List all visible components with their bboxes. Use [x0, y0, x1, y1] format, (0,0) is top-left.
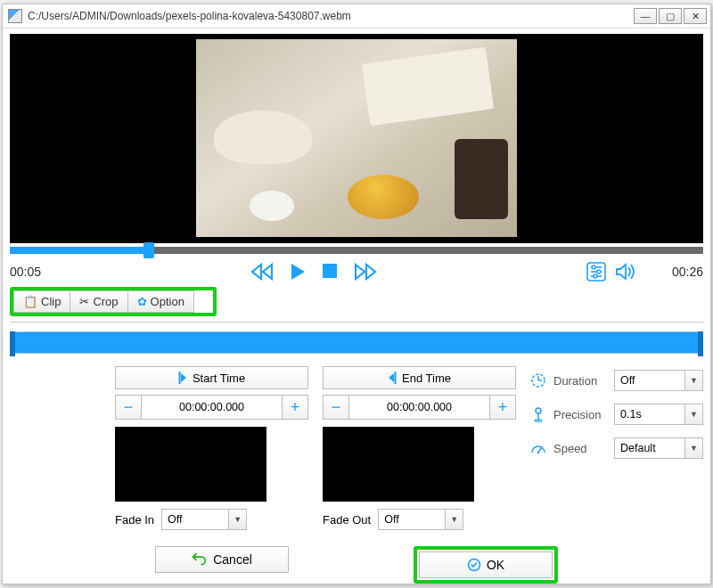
- maximize-button[interactable]: ▢: [659, 8, 682, 24]
- tab-crop[interactable]: ✂ Crop: [70, 290, 127, 313]
- end-panel: End Time − + Fade Out Off ▼: [323, 366, 516, 530]
- chevron-down-icon: ▼: [445, 510, 463, 529]
- stop-button[interactable]: [322, 263, 338, 281]
- app-icon: [8, 9, 22, 23]
- chevron-down-icon: ▼: [684, 371, 702, 390]
- end-minus-button[interactable]: −: [323, 395, 349, 420]
- seek-thumb[interactable]: [143, 242, 154, 258]
- start-thumbnail: [115, 427, 266, 502]
- duration-select[interactable]: Off ▼: [614, 370, 703, 391]
- speed-select[interactable]: Default ▼: [614, 437, 703, 459]
- close-button[interactable]: ✕: [684, 8, 707, 24]
- fade-out-label: Fade Out: [323, 513, 371, 527]
- clip-timeline[interactable]: [10, 331, 703, 354]
- seek-bar[interactable]: [10, 247, 703, 254]
- chevron-down-icon: ▼: [684, 404, 702, 424]
- duration-icon: [530, 372, 546, 388]
- window-title: C:/Users/ADMIN/Downloads/pexels-polina-k…: [28, 10, 351, 22]
- fade-in-select[interactable]: Off ▼: [161, 509, 247, 530]
- speed-icon: [530, 440, 546, 456]
- end-plus-button[interactable]: +: [489, 395, 516, 420]
- end-time-input[interactable]: [349, 395, 489, 420]
- svg-point-3: [592, 265, 595, 269]
- app-window: C:/Users/ADMIN/Downloads/pexels-polina-k…: [2, 4, 711, 584]
- svg-point-5: [597, 270, 601, 274]
- chevron-down-icon: ▼: [684, 438, 702, 458]
- forward-button[interactable]: [354, 263, 377, 281]
- total-time: 00:26: [672, 265, 703, 279]
- svg-point-7: [594, 274, 597, 278]
- end-marker-icon: [388, 372, 397, 384]
- start-time-button[interactable]: Start Time: [115, 366, 308, 389]
- start-panel: Start Time − + Fade In Off ▼: [115, 366, 308, 530]
- title-bar: C:/Users/ADMIN/Downloads/pexels-polina-k…: [3, 4, 710, 29]
- divider: [10, 322, 703, 323]
- rewind-button[interactable]: [250, 263, 274, 281]
- end-thumbnail: [323, 427, 474, 502]
- clip-icon: 📋: [23, 295, 37, 308]
- start-plus-button[interactable]: +: [282, 395, 308, 420]
- start-time-input[interactable]: [142, 395, 282, 420]
- fade-out-select[interactable]: Off ▼: [378, 509, 463, 530]
- tab-option[interactable]: ✿ Option: [128, 290, 194, 313]
- check-icon: [467, 558, 481, 572]
- start-minus-button[interactable]: −: [115, 395, 142, 420]
- crop-icon: ✂: [79, 295, 89, 308]
- precision-icon: [530, 406, 546, 422]
- settings-icon[interactable]: [586, 262, 606, 282]
- precision-select[interactable]: 0.1s ▼: [614, 404, 703, 425]
- video-preview: [10, 34, 703, 243]
- svg-point-17: [537, 452, 539, 453]
- fade-in-label: Fade In: [115, 513, 154, 527]
- cancel-button[interactable]: Cancel: [155, 546, 289, 573]
- start-marker-icon: [178, 372, 187, 384]
- ok-highlight: OK: [414, 546, 558, 584]
- svg-point-13: [536, 408, 541, 413]
- video-frame: [196, 39, 517, 237]
- current-time: 00:05: [10, 265, 41, 279]
- chevron-down-icon: ▼: [228, 510, 246, 529]
- volume-icon[interactable]: [615, 262, 636, 282]
- tabs-highlight: 📋 Clip ✂ Crop ✿ Option: [10, 287, 217, 316]
- gear-icon: ✿: [137, 295, 147, 308]
- undo-icon: [192, 552, 208, 567]
- play-button[interactable]: [290, 263, 306, 281]
- end-time-button[interactable]: End Time: [323, 366, 516, 389]
- tab-clip[interactable]: 📋 Clip: [13, 290, 70, 313]
- properties-panel: Duration Off ▼ Precision 0.1s ▼: [530, 366, 703, 530]
- minimize-button[interactable]: —: [634, 8, 657, 24]
- svg-rect-0: [323, 264, 337, 278]
- ok-button[interactable]: OK: [419, 551, 553, 578]
